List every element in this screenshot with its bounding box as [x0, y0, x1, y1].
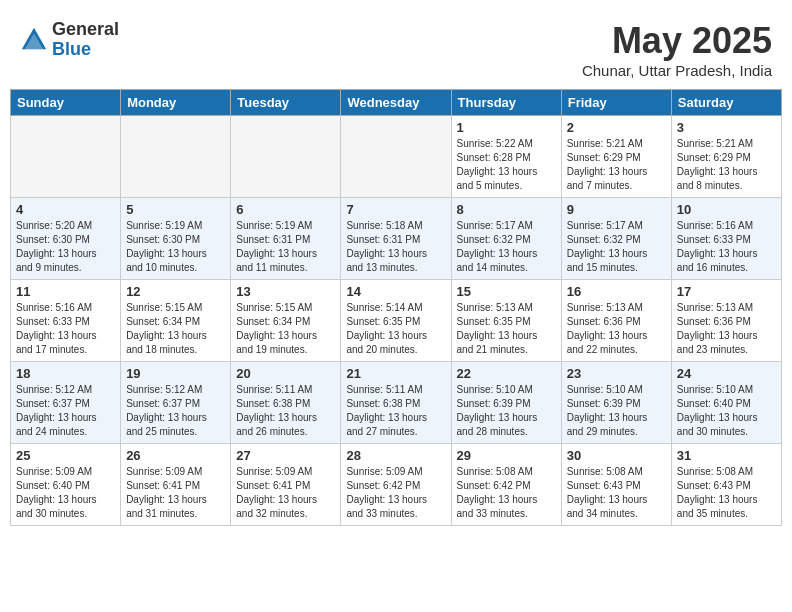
calendar-cell: [121, 116, 231, 198]
calendar-cell: 5Sunrise: 5:19 AM Sunset: 6:30 PM Daylig…: [121, 198, 231, 280]
calendar-cell: 22Sunrise: 5:10 AM Sunset: 6:39 PM Dayli…: [451, 362, 561, 444]
calendar-table: SundayMondayTuesdayWednesdayThursdayFrid…: [10, 89, 782, 526]
day-number: 20: [236, 366, 335, 381]
calendar-cell: 16Sunrise: 5:13 AM Sunset: 6:36 PM Dayli…: [561, 280, 671, 362]
day-info: Sunrise: 5:09 AM Sunset: 6:41 PM Dayligh…: [126, 465, 225, 521]
calendar-cell: 29Sunrise: 5:08 AM Sunset: 6:42 PM Dayli…: [451, 444, 561, 526]
calendar-week-row: 1Sunrise: 5:22 AM Sunset: 6:28 PM Daylig…: [11, 116, 782, 198]
day-number: 26: [126, 448, 225, 463]
day-info: Sunrise: 5:10 AM Sunset: 6:40 PM Dayligh…: [677, 383, 776, 439]
day-info: Sunrise: 5:14 AM Sunset: 6:35 PM Dayligh…: [346, 301, 445, 357]
day-info: Sunrise: 5:08 AM Sunset: 6:42 PM Dayligh…: [457, 465, 556, 521]
weekday-header-tuesday: Tuesday: [231, 90, 341, 116]
calendar-cell: 23Sunrise: 5:10 AM Sunset: 6:39 PM Dayli…: [561, 362, 671, 444]
logo-blue-text: Blue: [52, 40, 119, 60]
calendar-cell: 18Sunrise: 5:12 AM Sunset: 6:37 PM Dayli…: [11, 362, 121, 444]
calendar-cell: 31Sunrise: 5:08 AM Sunset: 6:43 PM Dayli…: [671, 444, 781, 526]
logo-icon: [20, 26, 48, 54]
calendar-cell: 25Sunrise: 5:09 AM Sunset: 6:40 PM Dayli…: [11, 444, 121, 526]
title-section: May 2025 Chunar, Uttar Pradesh, India: [582, 20, 772, 79]
calendar-cell: 21Sunrise: 5:11 AM Sunset: 6:38 PM Dayli…: [341, 362, 451, 444]
day-info: Sunrise: 5:13 AM Sunset: 6:36 PM Dayligh…: [567, 301, 666, 357]
calendar-week-row: 11Sunrise: 5:16 AM Sunset: 6:33 PM Dayli…: [11, 280, 782, 362]
day-info: Sunrise: 5:15 AM Sunset: 6:34 PM Dayligh…: [236, 301, 335, 357]
calendar-cell: 26Sunrise: 5:09 AM Sunset: 6:41 PM Dayli…: [121, 444, 231, 526]
day-info: Sunrise: 5:18 AM Sunset: 6:31 PM Dayligh…: [346, 219, 445, 275]
day-number: 2: [567, 120, 666, 135]
day-info: Sunrise: 5:13 AM Sunset: 6:36 PM Dayligh…: [677, 301, 776, 357]
calendar-cell: 30Sunrise: 5:08 AM Sunset: 6:43 PM Dayli…: [561, 444, 671, 526]
day-info: Sunrise: 5:19 AM Sunset: 6:30 PM Dayligh…: [126, 219, 225, 275]
calendar-cell: 9Sunrise: 5:17 AM Sunset: 6:32 PM Daylig…: [561, 198, 671, 280]
weekday-header-wednesday: Wednesday: [341, 90, 451, 116]
day-info: Sunrise: 5:17 AM Sunset: 6:32 PM Dayligh…: [457, 219, 556, 275]
calendar-cell: 2Sunrise: 5:21 AM Sunset: 6:29 PM Daylig…: [561, 116, 671, 198]
day-number: 30: [567, 448, 666, 463]
day-number: 4: [16, 202, 115, 217]
day-info: Sunrise: 5:12 AM Sunset: 6:37 PM Dayligh…: [16, 383, 115, 439]
day-info: Sunrise: 5:21 AM Sunset: 6:29 PM Dayligh…: [677, 137, 776, 193]
calendar-week-row: 18Sunrise: 5:12 AM Sunset: 6:37 PM Dayli…: [11, 362, 782, 444]
day-info: Sunrise: 5:11 AM Sunset: 6:38 PM Dayligh…: [346, 383, 445, 439]
day-info: Sunrise: 5:10 AM Sunset: 6:39 PM Dayligh…: [567, 383, 666, 439]
calendar-cell: [11, 116, 121, 198]
day-number: 23: [567, 366, 666, 381]
day-number: 5: [126, 202, 225, 217]
calendar-cell: 7Sunrise: 5:18 AM Sunset: 6:31 PM Daylig…: [341, 198, 451, 280]
calendar-cell: 10Sunrise: 5:16 AM Sunset: 6:33 PM Dayli…: [671, 198, 781, 280]
calendar-header-row: SundayMondayTuesdayWednesdayThursdayFrid…: [11, 90, 782, 116]
day-number: 21: [346, 366, 445, 381]
day-info: Sunrise: 5:21 AM Sunset: 6:29 PM Dayligh…: [567, 137, 666, 193]
day-number: 1: [457, 120, 556, 135]
day-info: Sunrise: 5:16 AM Sunset: 6:33 PM Dayligh…: [16, 301, 115, 357]
weekday-header-saturday: Saturday: [671, 90, 781, 116]
logo-general-text: General: [52, 20, 119, 40]
day-number: 11: [16, 284, 115, 299]
day-info: Sunrise: 5:09 AM Sunset: 6:40 PM Dayligh…: [16, 465, 115, 521]
calendar-cell: 28Sunrise: 5:09 AM Sunset: 6:42 PM Dayli…: [341, 444, 451, 526]
day-number: 14: [346, 284, 445, 299]
calendar-cell: 27Sunrise: 5:09 AM Sunset: 6:41 PM Dayli…: [231, 444, 341, 526]
day-number: 12: [126, 284, 225, 299]
calendar-cell: 8Sunrise: 5:17 AM Sunset: 6:32 PM Daylig…: [451, 198, 561, 280]
calendar-cell: 17Sunrise: 5:13 AM Sunset: 6:36 PM Dayli…: [671, 280, 781, 362]
calendar-cell: 4Sunrise: 5:20 AM Sunset: 6:30 PM Daylig…: [11, 198, 121, 280]
day-number: 16: [567, 284, 666, 299]
day-number: 25: [16, 448, 115, 463]
day-info: Sunrise: 5:22 AM Sunset: 6:28 PM Dayligh…: [457, 137, 556, 193]
day-number: 9: [567, 202, 666, 217]
weekday-header-sunday: Sunday: [11, 90, 121, 116]
day-info: Sunrise: 5:13 AM Sunset: 6:35 PM Dayligh…: [457, 301, 556, 357]
day-number: 3: [677, 120, 776, 135]
calendar-cell: [231, 116, 341, 198]
calendar-cell: 14Sunrise: 5:14 AM Sunset: 6:35 PM Dayli…: [341, 280, 451, 362]
day-number: 7: [346, 202, 445, 217]
logo: General Blue: [20, 20, 119, 60]
calendar-cell: 3Sunrise: 5:21 AM Sunset: 6:29 PM Daylig…: [671, 116, 781, 198]
calendar-cell: 1Sunrise: 5:22 AM Sunset: 6:28 PM Daylig…: [451, 116, 561, 198]
day-number: 22: [457, 366, 556, 381]
day-info: Sunrise: 5:11 AM Sunset: 6:38 PM Dayligh…: [236, 383, 335, 439]
day-number: 24: [677, 366, 776, 381]
calendar-cell: 11Sunrise: 5:16 AM Sunset: 6:33 PM Dayli…: [11, 280, 121, 362]
calendar-cell: 24Sunrise: 5:10 AM Sunset: 6:40 PM Dayli…: [671, 362, 781, 444]
day-number: 10: [677, 202, 776, 217]
weekday-header-friday: Friday: [561, 90, 671, 116]
day-info: Sunrise: 5:15 AM Sunset: 6:34 PM Dayligh…: [126, 301, 225, 357]
day-info: Sunrise: 5:08 AM Sunset: 6:43 PM Dayligh…: [677, 465, 776, 521]
day-number: 13: [236, 284, 335, 299]
day-info: Sunrise: 5:12 AM Sunset: 6:37 PM Dayligh…: [126, 383, 225, 439]
location-title: Chunar, Uttar Pradesh, India: [582, 62, 772, 79]
day-info: Sunrise: 5:20 AM Sunset: 6:30 PM Dayligh…: [16, 219, 115, 275]
day-number: 8: [457, 202, 556, 217]
day-number: 28: [346, 448, 445, 463]
day-number: 31: [677, 448, 776, 463]
day-number: 18: [16, 366, 115, 381]
calendar-cell: 20Sunrise: 5:11 AM Sunset: 6:38 PM Dayli…: [231, 362, 341, 444]
day-info: Sunrise: 5:08 AM Sunset: 6:43 PM Dayligh…: [567, 465, 666, 521]
day-info: Sunrise: 5:10 AM Sunset: 6:39 PM Dayligh…: [457, 383, 556, 439]
day-info: Sunrise: 5:16 AM Sunset: 6:33 PM Dayligh…: [677, 219, 776, 275]
day-info: Sunrise: 5:17 AM Sunset: 6:32 PM Dayligh…: [567, 219, 666, 275]
calendar-cell: 12Sunrise: 5:15 AM Sunset: 6:34 PM Dayli…: [121, 280, 231, 362]
day-info: Sunrise: 5:19 AM Sunset: 6:31 PM Dayligh…: [236, 219, 335, 275]
